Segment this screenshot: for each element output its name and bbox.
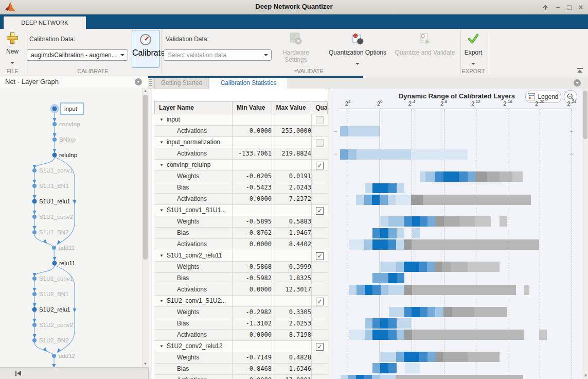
layer-node[interactable]: S1U1_BN2 xyxy=(32,229,69,235)
quantize-checkbox[interactable]: ✓ xyxy=(316,207,324,215)
scroll-up-icon[interactable]: ▲ xyxy=(142,89,148,93)
export-button[interactable]: Export xyxy=(461,30,486,67)
table-row[interactable]: Bias-0.87621.9467 xyxy=(154,228,328,239)
edge-arrow-icon xyxy=(73,200,77,204)
tab-getting-started[interactable]: Getting Started xyxy=(154,78,209,89)
table-row[interactable]: ▼input xyxy=(154,114,328,126)
panel-drag-handle[interactable] xyxy=(149,79,152,87)
layer-node[interactable]: S1U2_BN1 xyxy=(32,291,69,297)
chart-scrollbar[interactable]: ▼ xyxy=(582,89,588,379)
table-row[interactable]: Activations0.00008.7198 xyxy=(154,330,328,341)
tab-calibration-statistics[interactable]: Calibration Statistics xyxy=(209,78,288,89)
min-value: -0.5895 xyxy=(233,216,272,227)
layer-node[interactable]: S1U2_conv1 xyxy=(32,275,73,282)
axis-tick xyxy=(476,109,476,111)
layer-node[interactable]: S1U2_BN2 xyxy=(32,337,69,343)
table-row[interactable]: Weights-0.58950.5883 xyxy=(154,216,328,228)
table-row[interactable]: Weights-0.02050.0191 xyxy=(154,171,328,182)
layer-graph-canvas[interactable]: inputconvInpBNInpreluInpS1U1_conv1S1U1_B… xyxy=(0,88,142,367)
row-caret-icon[interactable]: ▼ xyxy=(159,296,164,306)
layer-node[interactable]: BNInp xyxy=(52,136,76,143)
max-value: 12.3017 xyxy=(272,284,312,295)
layer-node[interactable]: convInp xyxy=(52,121,80,127)
collapse-document-icon[interactable] xyxy=(574,79,581,87)
histogram-bar-segment xyxy=(452,307,474,317)
export-caret-icon[interactable] xyxy=(471,63,475,65)
table-row[interactable]: Bias-0.59821.8325 xyxy=(154,273,328,284)
graph-scrollbar-thumb[interactable] xyxy=(143,95,148,260)
layer-node[interactable]: S1U1_relu1 xyxy=(32,198,70,204)
table-row[interactable]: ▼S1U1_conv2_relu11✓ xyxy=(154,250,328,262)
quantization-options-caret-icon[interactable] xyxy=(355,63,360,65)
table-row[interactable]: Activations0.00007.2372 xyxy=(154,194,328,205)
table-row[interactable]: Activations0.0000255.0000 xyxy=(154,126,328,137)
table-row[interactable]: Bias-1.31022.0253 xyxy=(154,318,328,330)
quantize-and-validate-button: Quantize and Validate xyxy=(392,30,458,67)
table-row[interactable]: Activations0.000017.0001 xyxy=(154,375,328,379)
layer-node[interactable]: S1U2_relu1 xyxy=(32,306,70,313)
row-caret-icon[interactable]: ▼ xyxy=(159,160,164,170)
quantization-options-button[interactable]: Quantization Options xyxy=(327,30,388,67)
layer-node-label: convInp xyxy=(59,121,80,127)
new-dropdown-caret-icon[interactable] xyxy=(10,62,14,64)
app-window: Deep Network Quantizer – □ × DEEP NETWOR… xyxy=(0,0,588,379)
table-row[interactable]: Activations-133.7061219.8824 xyxy=(154,148,328,160)
table-row[interactable]: Activations0.00008.4402 xyxy=(154,239,328,250)
table-row[interactable]: ▼convInp_reluInp✓ xyxy=(154,160,328,171)
table-row[interactable]: Bias-0.84681.6346 xyxy=(154,364,328,375)
shade-window-icon[interactable] xyxy=(542,4,549,11)
layer-node[interactable]: reluInp xyxy=(52,152,78,158)
table-row[interactable]: Weights-0.71490.4828 xyxy=(154,352,328,364)
layer-node[interactable]: S1U2_conv2 xyxy=(32,322,73,328)
table-row[interactable]: Weights-0.58680.3999 xyxy=(154,262,328,273)
histogram-bar-segment xyxy=(427,352,435,362)
statistic-name: Activations xyxy=(154,286,207,293)
layer-node[interactable]: relu11 xyxy=(52,260,76,266)
table-row[interactable]: ▼S1U2_conv1_S1U2...✓ xyxy=(154,296,328,307)
row-caret-icon[interactable]: ▼ xyxy=(159,341,164,352)
graph-scrollbar[interactable]: ▲ ▼ xyxy=(142,88,149,367)
row-caret-icon[interactable]: ▼ xyxy=(159,114,164,125)
histogram-bar-segment xyxy=(444,216,459,227)
histogram-bar-segment xyxy=(435,216,444,227)
minimize-window-icon[interactable]: – xyxy=(556,2,560,12)
histogram-bar-segment xyxy=(411,149,468,160)
edge-arrow-icon xyxy=(53,257,57,261)
quantize-checkbox[interactable]: ✓ xyxy=(316,252,324,260)
layer-node[interactable]: S1U1_BN1 xyxy=(32,183,69,189)
collapse-panel-icon[interactable] xyxy=(135,78,142,85)
layer-node[interactable]: add12 xyxy=(52,353,75,359)
validation-data-combo[interactable]: Select validation data xyxy=(164,49,272,61)
quantize-checkbox[interactable]: ✓ xyxy=(316,343,324,351)
layer-node[interactable]: S1U1_conv1 xyxy=(32,167,73,174)
legend-icon xyxy=(528,93,535,100)
table-row[interactable]: ▼S1U1_conv1_S1U1...✓ xyxy=(154,205,328,216)
quantize-checkbox[interactable]: ✓ xyxy=(316,162,324,169)
row-caret-icon[interactable]: ▼ xyxy=(159,205,164,216)
chart-scroll-down-icon[interactable]: ▼ xyxy=(583,373,588,378)
collapse-left-panel-icon[interactable] xyxy=(14,370,23,376)
calibration-data-combo[interactable]: augimdsCalibration - augmen... xyxy=(27,49,128,61)
table-row[interactable]: ▼input_normalization xyxy=(154,137,328,148)
quantize-checkbox[interactable]: ✓ xyxy=(316,298,324,305)
collapse-ribbon-icon[interactable] xyxy=(576,68,583,74)
new-button[interactable]: New xyxy=(1,30,24,67)
chart-scrollbar-thumb[interactable] xyxy=(583,91,587,139)
tab-deep-network-quantizer[interactable]: DEEP NETWORK QUANTIZER xyxy=(3,16,86,29)
table-row[interactable]: ▼S1U2_conv2_relu12✓ xyxy=(154,341,328,352)
histogram-bar-segment xyxy=(435,171,443,182)
scroll-down-icon[interactable]: ▼ xyxy=(142,361,148,366)
layer-node[interactable]: input xyxy=(50,103,83,114)
table-row[interactable]: Activations0.000012.3017 xyxy=(154,284,328,296)
row-caret-icon[interactable]: ▼ xyxy=(159,250,164,261)
layer-node[interactable]: add11 xyxy=(52,245,75,251)
calibration-table: Layer NameMin ValueMax ValueQuan▼inputAc… xyxy=(154,101,328,379)
layer-group-name: input xyxy=(167,116,180,123)
calibrate-button[interactable]: Calibrate xyxy=(132,30,159,68)
row-caret-icon[interactable]: ▼ xyxy=(159,137,164,148)
close-window-icon[interactable]: × xyxy=(579,2,583,12)
maximize-window-icon[interactable]: □ xyxy=(567,2,571,12)
table-row[interactable]: Bias-0.54232.0243 xyxy=(154,182,328,194)
table-row[interactable]: Weights-0.29820.3305 xyxy=(154,307,328,318)
layer-node[interactable]: S1U1_conv2 xyxy=(32,214,73,220)
